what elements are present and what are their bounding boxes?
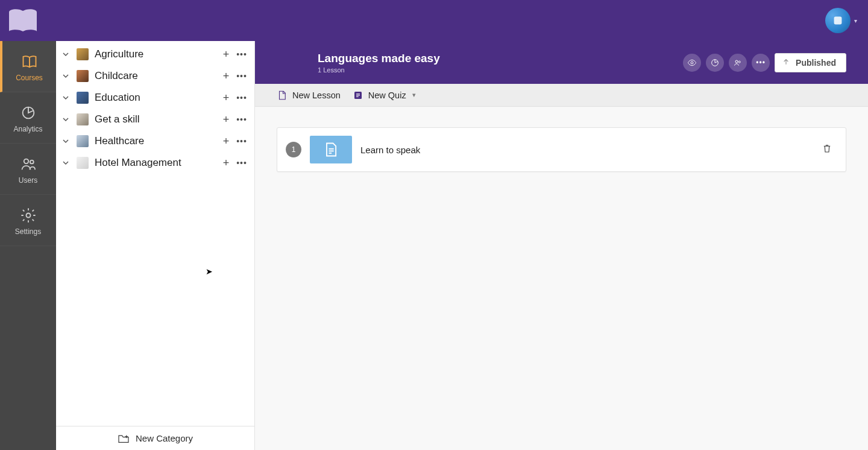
pie-icon — [710, 58, 720, 68]
pie-icon — [20, 104, 37, 121]
cat-agriculture[interactable]: Agriculture+••• — [56, 43, 254, 65]
caret-down-icon: ▾ — [854, 17, 857, 24]
more-button[interactable]: ••• — [752, 54, 770, 72]
dots-icon: ••• — [756, 59, 766, 67]
chevron-down-icon: ▾ — [412, 91, 416, 99]
chevron-down-icon[interactable] — [60, 113, 72, 125]
add-item-button[interactable]: + — [218, 135, 234, 148]
category-more-button[interactable]: ••• — [234, 158, 250, 168]
user-menu[interactable]: ▾ — [825, 8, 857, 33]
add-item-button[interactable]: + — [218, 157, 234, 170]
category-thumb — [77, 135, 89, 147]
doc-plus-icon — [277, 90, 288, 101]
category-thumb — [77, 70, 89, 82]
category-more-button[interactable]: ••• — [234, 71, 250, 81]
category-label: Education — [95, 92, 218, 104]
category-more-button[interactable]: ••• — [234, 136, 250, 146]
category-more-button[interactable]: ••• — [234, 115, 250, 124]
cat-hotel-management[interactable]: Hotel Management+••• — [56, 152, 254, 174]
nav-courses-label: Courses — [16, 74, 43, 82]
nav-analytics[interactable]: Analytics — [0, 92, 56, 144]
category-more-button[interactable]: ••• — [234, 49, 250, 59]
chevron-down-icon[interactable] — [60, 92, 72, 104]
content-body: 1Learn to speak — [255, 107, 868, 450]
chevron-down-icon[interactable] — [60, 135, 72, 147]
category-label: Get a skill — [95, 113, 218, 125]
folder-plus-icon — [118, 434, 130, 443]
chevron-down-icon[interactable] — [60, 48, 72, 60]
course-title: Languages made easy — [318, 52, 440, 65]
trash-icon — [822, 143, 832, 154]
category-thumb — [77, 92, 89, 104]
published-label: Published — [796, 58, 836, 68]
users-button[interactable] — [729, 54, 747, 72]
category-label: Childcare — [95, 70, 218, 82]
svg-point-8 — [735, 60, 738, 63]
category-thumb — [77, 113, 89, 125]
cat-get-a-skill[interactable]: Get a skill+••• — [56, 109, 254, 130]
new-category-label: New Category — [136, 433, 193, 443]
new-category-button[interactable]: New Category — [56, 426, 254, 450]
nav-users-label: Users — [19, 176, 37, 185]
delete-lesson-button[interactable] — [822, 143, 832, 156]
content-area: Languages made easy 1 Lesson ••• — [255, 41, 868, 450]
preview-button[interactable] — [683, 54, 701, 72]
main-row: CoursesAnalyticsUsersSettings Agricultur… — [0, 41, 868, 450]
cat-healthcare[interactable]: Healthcare+••• — [56, 130, 254, 152]
cat-childcare[interactable]: Childcare+••• — [56, 65, 254, 87]
avatar-placeholder-icon — [831, 14, 844, 27]
svg-point-2 — [24, 159, 28, 163]
category-label: Healthcare — [95, 135, 218, 147]
gear-icon — [20, 207, 37, 224]
new-quiz-button[interactable]: New Quiz ▾ — [353, 90, 416, 101]
lesson-title: Learn to speak — [360, 145, 813, 155]
category-sidebar: Agriculture+•••Childcare+•••Education+••… — [56, 41, 255, 450]
lesson-number: 1 — [286, 142, 301, 157]
top-header: ▾ — [0, 0, 868, 41]
nav-courses[interactable]: Courses — [0, 41, 56, 92]
category-more-button[interactable]: ••• — [234, 93, 250, 103]
avatar — [825, 8, 851, 33]
book-open-icon — [21, 53, 38, 70]
add-item-button[interactable]: + — [218, 92, 234, 104]
nav-rail: CoursesAnalyticsUsersSettings — [0, 41, 56, 450]
eye-icon — [687, 58, 697, 68]
action-bar: New Lesson New Quiz ▾ — [255, 84, 868, 107]
nav-users[interactable]: Users — [0, 144, 56, 195]
chevron-down-icon[interactable] — [60, 157, 72, 169]
new-lesson-button[interactable]: New Lesson — [277, 90, 341, 101]
lesson-card[interactable]: 1Learn to speak — [277, 127, 846, 172]
nav-settings-label: Settings — [15, 227, 41, 236]
doc-icon — [322, 141, 339, 158]
new-lesson-label: New Lesson — [292, 90, 341, 100]
new-quiz-label: New Quiz — [368, 90, 406, 100]
svg-rect-0 — [834, 17, 842, 25]
svg-point-4 — [26, 214, 30, 218]
course-header-actions: ••• Published — [683, 53, 846, 72]
lesson-thumb — [310, 136, 352, 163]
published-button[interactable]: Published — [775, 53, 846, 72]
people-icon — [733, 58, 743, 68]
cursor-glyph: ➤ — [206, 267, 213, 276]
chevron-down-icon[interactable] — [60, 70, 72, 82]
add-item-button[interactable]: + — [218, 113, 234, 126]
analytics-button[interactable] — [706, 54, 724, 72]
course-header: Languages made easy 1 Lesson ••• — [255, 41, 868, 84]
category-label: Agriculture — [95, 48, 218, 60]
category-list: Agriculture+•••Childcare+•••Education+••… — [56, 41, 254, 426]
svg-point-9 — [738, 61, 740, 63]
add-item-button[interactable]: + — [218, 70, 234, 83]
cat-education[interactable]: Education+••• — [56, 87, 254, 109]
category-thumb — [77, 157, 89, 169]
people-icon — [20, 156, 37, 173]
svg-point-3 — [30, 160, 33, 164]
book-icon — [7, 7, 39, 34]
nav-settings[interactable]: Settings — [0, 195, 56, 246]
category-thumb — [77, 48, 89, 60]
category-label: Hotel Management — [95, 157, 218, 169]
nav-analytics-label: Analytics — [13, 125, 42, 133]
course-subtitle: 1 Lesson — [318, 66, 440, 74]
add-item-button[interactable]: + — [218, 48, 234, 61]
quiz-icon — [353, 90, 363, 101]
app-logo[interactable] — [5, 6, 41, 35]
